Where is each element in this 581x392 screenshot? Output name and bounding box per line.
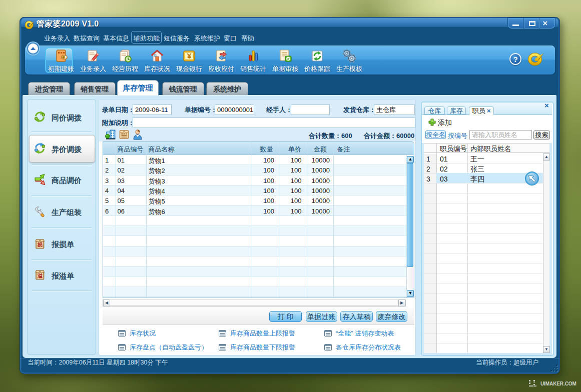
- svg-text:损: 损: [37, 242, 43, 248]
- svg-text:溢: 溢: [37, 272, 43, 278]
